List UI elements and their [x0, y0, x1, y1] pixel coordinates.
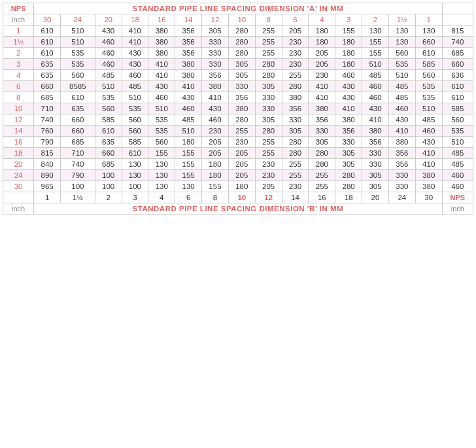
data-cell: 410	[122, 26, 148, 37]
data-cell: 485	[415, 114, 442, 126]
right-extra-cell: 560	[442, 114, 473, 126]
data-cell: 180	[175, 137, 202, 148]
data-cell: 205	[309, 48, 335, 59]
data-cell: 305	[309, 137, 335, 148]
data-cell: 130	[415, 26, 442, 37]
right-extra-cell: 636	[442, 70, 473, 81]
data-cell: 255	[228, 126, 255, 137]
right-extra-cell: 510	[442, 137, 473, 148]
data-cell: 230	[309, 70, 335, 81]
data-cell: 255	[282, 170, 309, 181]
data-cell: 410	[362, 114, 389, 126]
data-cell: 356	[282, 103, 309, 114]
data-cell: 230	[282, 181, 309, 192]
data-cell: 380	[148, 26, 175, 37]
data-cell: 410	[335, 103, 362, 114]
row-label-10: 10	[3, 103, 34, 114]
data-cell: 305	[335, 159, 362, 170]
col-24: 24	[61, 14, 95, 26]
data-cell: 410	[148, 70, 175, 81]
bot-col-6: 6	[175, 192, 202, 203]
data-cell: 155	[175, 148, 202, 159]
data-cell: 180	[228, 181, 255, 192]
data-cell: 305	[255, 114, 282, 126]
data-cell: 280	[228, 114, 255, 126]
data-cell: 460	[415, 126, 442, 137]
data-cell: 535	[148, 126, 175, 137]
table-row: 1476066061056053551023025528030533035638…	[3, 126, 473, 137]
data-cell: 205	[228, 170, 255, 181]
data-cell: 305	[202, 26, 229, 37]
data-cell: 510	[95, 81, 122, 92]
col-14: 14	[175, 14, 202, 26]
col-3: 3	[335, 14, 362, 26]
inch-top-right	[442, 14, 473, 26]
data-cell: 230	[255, 170, 282, 181]
title-top: STANDARD PIPE LINE SPACING DIMENSION 'A'…	[34, 3, 442, 14]
data-cell: 560	[95, 103, 122, 114]
right-extra-cell: 585	[442, 103, 473, 114]
table-row: 1½61051046041038035633028025523018018015…	[3, 37, 473, 48]
data-cell: 280	[282, 81, 309, 92]
data-cell: 230	[282, 37, 309, 48]
inch-bottom-right: inch	[442, 203, 473, 215]
data-cell: 356	[388, 159, 415, 170]
data-cell: 8585	[61, 81, 95, 92]
data-cell: 130	[362, 26, 389, 37]
col-2: 2	[362, 14, 389, 26]
data-cell: 610	[34, 37, 61, 48]
data-cell: 610	[95, 126, 122, 137]
row-label-2: 2	[3, 48, 34, 59]
data-cell: 330	[362, 159, 389, 170]
data-cell: 815	[34, 148, 61, 159]
table-row: 3096510010010013013015518020523025528030…	[3, 181, 473, 192]
data-cell: 430	[175, 92, 202, 103]
data-cell: 356	[175, 48, 202, 59]
col-1: 1	[415, 14, 442, 26]
data-cell: 485	[388, 81, 415, 92]
data-cell: 430	[335, 81, 362, 92]
col-1half: 1½	[388, 14, 415, 26]
data-cell: 180	[202, 170, 229, 181]
col-30: 30	[34, 14, 61, 26]
data-cell: 356	[388, 148, 415, 159]
data-cell: 585	[122, 137, 148, 148]
bot-col-3: 3	[122, 192, 148, 203]
data-cell: 230	[202, 126, 229, 137]
data-cell: 155	[362, 48, 389, 59]
data-cell: 535	[148, 114, 175, 126]
title-bottom: STANDARD PIPE LINE SPACING DIMENSION 'B'…	[34, 203, 442, 215]
data-cell: 430	[362, 103, 389, 114]
row-label-3: 3	[3, 59, 34, 70]
data-cell: 330	[282, 114, 309, 126]
data-cell: 430	[148, 81, 175, 92]
data-cell: 965	[34, 181, 61, 192]
right-extra-cell: 685	[442, 48, 473, 59]
data-cell: 585	[95, 114, 122, 126]
right-extra-cell: 485	[442, 148, 473, 159]
bot-col-20: 20	[362, 192, 389, 203]
data-cell: 430	[335, 92, 362, 103]
data-cell: 130	[388, 37, 415, 48]
data-cell: 660	[34, 81, 61, 92]
data-cell: 610	[415, 48, 442, 59]
data-cell: 610	[34, 26, 61, 37]
data-cell: 255	[255, 26, 282, 37]
inch-bottom-label: inch	[3, 203, 34, 215]
table-row: 2610535460430380356330280255230205180155…	[3, 48, 473, 59]
bot-col-4: 4	[148, 192, 175, 203]
data-cell: 510	[61, 37, 95, 48]
table-row: 1679068563558556018020523025528030533035…	[3, 137, 473, 148]
bot-col-30: 30	[415, 192, 442, 203]
data-cell: 255	[255, 148, 282, 159]
data-cell: 130	[175, 181, 202, 192]
data-cell: 430	[122, 59, 148, 70]
data-cell: 380	[415, 181, 442, 192]
data-cell: 430	[202, 103, 229, 114]
data-cell: 560	[122, 126, 148, 137]
col-6: 6	[282, 14, 309, 26]
row-label-12: 12	[3, 114, 34, 126]
table-row: 1881571066061015515520520525528028030533…	[3, 148, 473, 159]
data-cell: 205	[202, 137, 229, 148]
data-cell: 635	[61, 103, 95, 114]
